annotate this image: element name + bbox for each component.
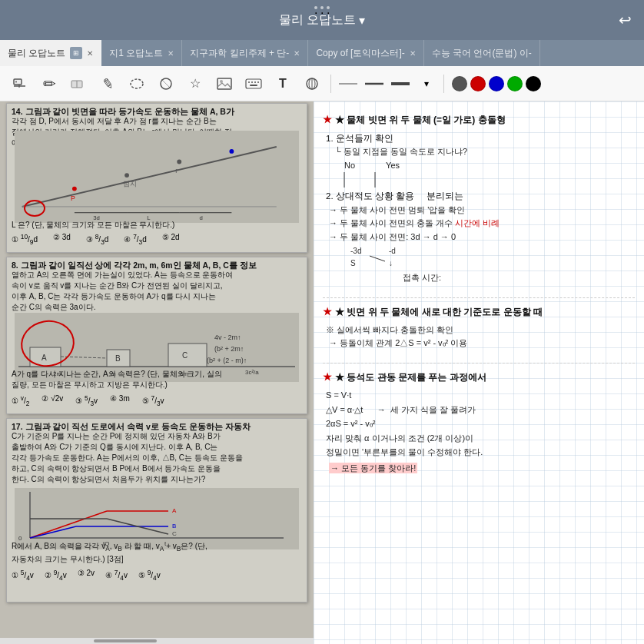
- svg-point-10: [220, 80, 223, 83]
- eraser-tool-button[interactable]: [65, 70, 92, 98]
- line-dropdown-button[interactable]: ▾: [414, 73, 439, 95]
- s2-arrow-1: → 등돌이체 관계 2△S = v² - v₀² 이용: [329, 337, 635, 350]
- svg-text:C: C: [172, 530, 177, 537]
- color-green[interactable]: [507, 76, 523, 91]
- svg-text:-d: -d: [389, 247, 396, 255]
- answer-circle-1: [24, 200, 45, 217]
- toolbar: ✏ ✎ ☆ T: [0, 66, 644, 101]
- problem-8-choices: ① v/2 ② √2v ③ 5/3v ④ 3m ⑤ 7/3v: [12, 394, 164, 407]
- section3-title-row: ★ ★ 등석도 관동 문제를 푸는 과정에서: [323, 370, 635, 386]
- tab-close-button[interactable]: ✕: [410, 49, 416, 58]
- section3-title: ★ 등석도 관동 문제를 푸는 과정에서: [335, 370, 486, 385]
- s1-sub-diagram: -3d -d S ↓: [350, 244, 635, 272]
- s1-yn-row: No Yes: [344, 159, 635, 173]
- s1-contact-time: 접촉 시간:: [403, 271, 635, 285]
- color-dark-gray[interactable]: [452, 76, 467, 91]
- pencil-tool-button[interactable]: ✎: [91, 68, 124, 100]
- tab-label: 수능 국어 언어(문법) 이-: [432, 47, 532, 60]
- title-chevron-icon[interactable]: ▾: [359, 13, 365, 28]
- section1-title-row: ★ ★ 물체 빗면 위 두 물체 (=일 가로) 충돌형: [323, 112, 635, 128]
- s3-condition: 자리 맞춰 α 이거나의 조건 (2개 이상)이: [326, 432, 635, 446]
- back-button[interactable]: ↩: [619, 11, 632, 29]
- main-content: 14. 그림과 같이 빗면을 따라 등가속도 운동하는 물체 A, B가 각각 …: [0, 101, 644, 644]
- svg-line-23: [22, 147, 277, 207]
- note-section-2: ★ ★ 빗면 위 두 물체에 새로 대한 기준도로 운동할 때 ※ 실에서씩 빠…: [323, 304, 635, 350]
- note-right-panel: ★ ★ 물체 빗면 위 두 물체 (=일 가로) 충돌형 1. 운석들끼 확인 …: [314, 101, 644, 644]
- color-red[interactable]: [470, 76, 486, 91]
- tab-physics-notes[interactable]: 물리 오답노트 ⊞ ✕: [0, 40, 101, 66]
- tab-label: Copy of [토익마스터]-: [316, 47, 404, 60]
- problem-17-choices: ① 5/4v ② 9/4v ③ 2v ④ 7/4v ⑤ 9/4v: [12, 569, 161, 582]
- section3-star: ★: [323, 370, 332, 386]
- problem-17-diagram: 0 tQ t A B C: [15, 488, 299, 549]
- svg-text:(b² + 2m↑: (b² + 2m↑: [214, 345, 244, 353]
- window-dots: · · ·: [314, 6, 330, 9]
- toolbar-separator-2: [443, 75, 444, 93]
- s3-eq-row: △V = α·△t → 세 가지 식을 잘 풀려가: [326, 403, 635, 417]
- color-blue[interactable]: [489, 76, 504, 91]
- scrollbar-thumb[interactable]: [94, 639, 157, 642]
- problem-8-question: A가 q를 다시 지나는 순간, A의 속력은? (단, 물체의 크기, 실의질…: [12, 369, 222, 390]
- line-thin-button[interactable]: [336, 73, 360, 95]
- svg-text:점지: 점지: [123, 180, 137, 188]
- section1-title: ★ 물체 빗면 위 두 물체 (=일 가로) 충돌형: [335, 113, 506, 128]
- horizontal-scrollbar[interactable]: [0, 638, 314, 644]
- section2-star: ★: [323, 304, 332, 320]
- line-thick-button[interactable]: [388, 73, 413, 95]
- line-medium-button[interactable]: [362, 73, 387, 95]
- tab-icon: ⊞: [70, 47, 82, 59]
- divider-2: [323, 363, 635, 363]
- problem-17-page: 17. 그림과 같이 직선 도로에서 속력 v로 등속도 운동하는 자동차 C가…: [6, 418, 307, 603]
- svg-text:P: P: [71, 194, 75, 202]
- color-palette: [452, 76, 541, 91]
- svg-rect-9: [217, 78, 231, 89]
- tab-close-button[interactable]: ✕: [87, 49, 93, 58]
- s1-item-2: 2. 상대적도 상황 활용 분리되는: [326, 189, 635, 203]
- shapes-tool-button[interactable]: [152, 70, 180, 98]
- title-bar: · · · 물리 오답노트 ▾ ↩: [0, 0, 644, 40]
- svg-point-1: [15, 81, 17, 82]
- s3-equations: S = V·t: [326, 389, 635, 403]
- section2-title: ★ 빗면 위 두 물체에 새로 대한 기준도로 운동할 때: [335, 305, 543, 320]
- svg-text:r: r: [175, 167, 178, 174]
- divider-1: [323, 297, 635, 298]
- keyboard-tool-button[interactable]: [240, 70, 267, 98]
- tab-copy-toeic[interactable]: Copy of [토익마스터]- ✕: [308, 40, 423, 66]
- tab-geo1-notes[interactable]: 지1 오답노트 ✕: [101, 40, 182, 66]
- problem-17-text: C가 기준의 P를 지나는 순간 P에 정지해 있던 자동차 A와 B가 출발하…: [12, 431, 243, 485]
- search-tool-button[interactable]: [6, 70, 34, 98]
- tab-korean[interactable]: 수능 국어 언어(문법) 이-: [424, 40, 540, 66]
- s1-arrow-3: → 두 물체 사이 전면의 충돌 개수 시간에 비례: [329, 217, 635, 231]
- svg-rect-11: [246, 79, 261, 88]
- lasso-tool-button[interactable]: [123, 70, 151, 98]
- section1-items: 1. 운석들끼 확인 └ 동일 지점을 동일 속도로 지나냐? No Yes 2…: [326, 131, 635, 285]
- section2-items: ※ 실에서씩 빠지다 충돌한의 확인 → 등돌이체 관계 2△S = v² - …: [326, 324, 635, 350]
- svg-text:3c²/a: 3c²/a: [245, 369, 259, 376]
- svg-text:↓: ↓: [389, 259, 393, 267]
- section2-title-row: ★ ★ 빗면 위 두 물체에 새로 대한 기준도로 운동할 때: [323, 304, 635, 320]
- svg-text:B: B: [172, 523, 176, 529]
- section3-items: S = V·t △V = α·△t → 세 가지 식을 잘 풀려가 2αS = …: [326, 389, 635, 476]
- s1-item-1: 1. 운석들끼 확인: [326, 131, 635, 145]
- tab-close-button[interactable]: ✕: [294, 49, 300, 58]
- tab-earth-science[interactable]: 지구과학 킬리주제 + 단- ✕: [182, 40, 308, 66]
- note-section-3: ★ ★ 등석도 관동 문제를 푸는 과정에서 S = V·t △V = α·△t…: [323, 370, 635, 476]
- s1-flow-diagram: [335, 172, 635, 188]
- notes-content: ★ ★ 물체 빗면 위 두 물체 (=일 가로) 충돌형 1. 운석들끼 확인 …: [314, 101, 644, 644]
- problem-14-diagram: P 점지 r 3d L d: [15, 131, 299, 223]
- svg-line-57: [30, 526, 76, 538]
- notebook-left-panel: 14. 그림과 같이 빗면을 따라 등가속도 운동하는 물체 A, B가 각각 …: [0, 101, 314, 644]
- s1-arrow-1: └ 동일 지점을 동일 속도로 지나냐?: [335, 145, 635, 159]
- text-tool-button[interactable]: T: [269, 70, 297, 98]
- tab-bar: 물리 오답노트 ⊞ ✕ 지1 오답노트 ✕ 지구과학 킬리주제 + 단- ✕ C…: [0, 40, 644, 66]
- problem-14-page: 14. 그림과 같이 빗면을 따라 등가속도 운동하는 물체 A, B가 각각 …: [6, 103, 307, 253]
- svg-rect-0: [14, 79, 22, 85]
- pen-tool-button[interactable]: ✏: [35, 70, 63, 98]
- image-tool-button[interactable]: [211, 70, 238, 98]
- svg-point-28: [229, 149, 234, 154]
- star-tool-button[interactable]: ☆: [181, 70, 209, 98]
- tab-close-button[interactable]: ✕: [168, 49, 174, 58]
- tab-label: 지1 오답노트: [109, 47, 163, 60]
- color-black[interactable]: [526, 76, 541, 91]
- link-tool-button[interactable]: [298, 70, 326, 98]
